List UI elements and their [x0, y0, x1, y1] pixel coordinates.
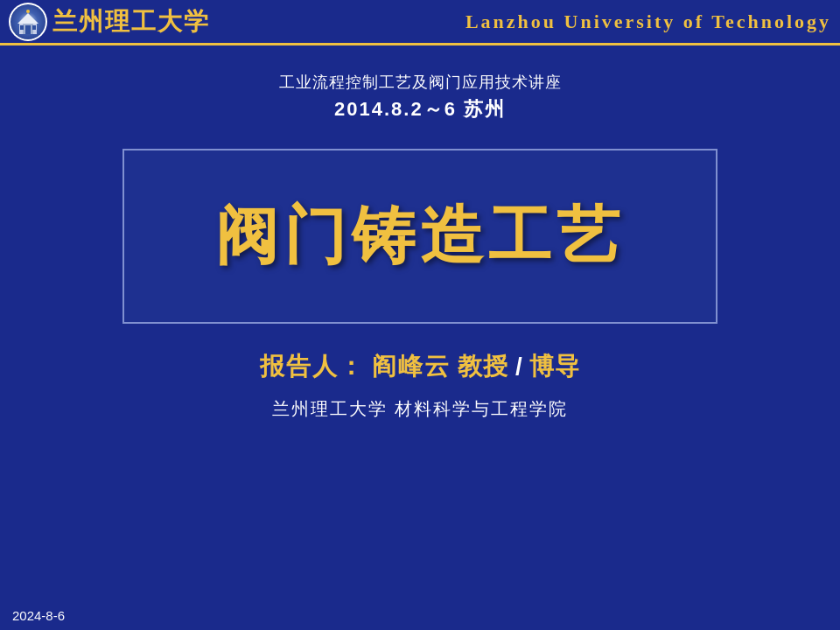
reporter-name: 阎峰云 [372, 350, 451, 383]
svg-rect-5 [32, 25, 36, 30]
university-name-cn: 兰州理工大学 [52, 5, 210, 38]
svg-rect-4 [20, 25, 24, 30]
logo-area: 兰州理工大学 [9, 3, 210, 41]
subtitle-block: 工业流程控制工艺及阀门应用技术讲座 2014.8.2～6 苏州 [279, 72, 562, 122]
header: 兰州理工大学 Lanzhou University of Technology [0, 0, 840, 46]
slide: 兰州理工大学 Lanzhou University of Technology … [0, 0, 840, 630]
title-box: 阀门铸造工艺 [122, 149, 718, 324]
reporter-label: 报告人： [260, 350, 365, 383]
reporter-slash: / [515, 353, 522, 381]
affiliation: 兰州理工大学 材料科学与工程学院 [272, 397, 568, 421]
main-title: 阀门铸造工艺 [215, 194, 625, 278]
reporter-title-before-slash: 教授 [458, 350, 508, 383]
subtitle-line2: 2014.8.2～6 苏州 [279, 96, 562, 122]
university-logo [9, 3, 47, 41]
reporter-block: 报告人： 阎峰云 教授 / 博导 [260, 350, 580, 383]
date-label: 2024-8-6 [12, 608, 65, 623]
svg-rect-3 [25, 25, 31, 34]
building-icon [14, 8, 42, 36]
main-content: 工业流程控制工艺及阀门应用技术讲座 2014.8.2～6 苏州 阀门铸造工艺 报… [0, 46, 840, 601]
reporter-title-after-slash: 博导 [529, 350, 580, 383]
svg-point-6 [26, 10, 30, 13]
reporter-row: 报告人： 阎峰云 教授 / 博导 [260, 350, 580, 383]
subtitle-line1: 工业流程控制工艺及阀门应用技术讲座 [279, 72, 562, 93]
university-name-en: Lanzhou University of Technology [466, 10, 831, 33]
footer: 2024-8-6 [0, 601, 840, 630]
svg-marker-2 [18, 13, 38, 24]
